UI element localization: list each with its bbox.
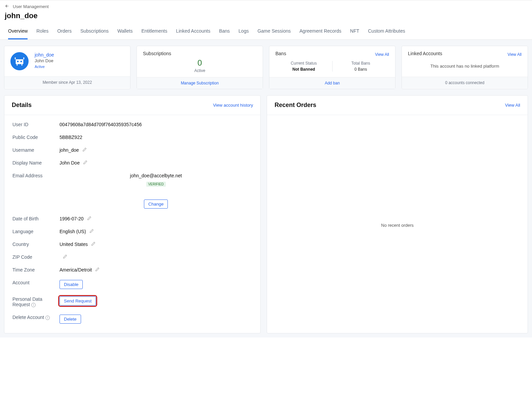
country-label: Country — [12, 242, 60, 247]
edit-language-icon[interactable] — [89, 229, 94, 234]
email-value: john_doe@accelbyte.net — [130, 173, 182, 178]
linked-view-all-link[interactable]: View All — [507, 52, 522, 57]
user-id-label: User ID — [12, 122, 60, 127]
bans-current-status-value: Not Banned — [275, 67, 332, 72]
info-icon[interactable]: i — [45, 316, 50, 320]
bans-total-label: Total Bans — [333, 61, 389, 66]
email-label: Email Address — [12, 173, 60, 178]
display-name-value: John Doe — [60, 160, 80, 166]
user-id-value: 00479608a7d84d709f7640359357c456 — [60, 122, 142, 127]
svg-rect-0 — [16, 59, 24, 64]
tab-game-sessions[interactable]: Game Sessions — [258, 24, 291, 39]
profile-display-name: John Doe — [35, 58, 54, 63]
tab-overview[interactable]: Overview — [8, 24, 28, 39]
bans-total-value: 0 Bans — [333, 67, 389, 72]
subscriptions-card: Subscriptions 0 Active Manage Subscripti… — [137, 46, 263, 89]
tab-roles[interactable]: Roles — [36, 24, 48, 39]
svg-rect-5 — [17, 64, 18, 66]
dob-label: Date of Birth — [12, 216, 60, 221]
svg-rect-6 — [22, 64, 23, 66]
tabs: OverviewRolesOrdersSubscriptionsWalletsE… — [0, 24, 532, 40]
breadcrumb-parent[interactable]: User Management — [13, 4, 49, 9]
tab-orders[interactable]: Orders — [57, 24, 72, 39]
timezone-label: Time Zone — [12, 267, 60, 273]
bans-title: Bans — [275, 51, 286, 56]
orders-view-all-link[interactable]: View All — [505, 103, 520, 108]
tab-wallets[interactable]: Wallets — [117, 24, 132, 39]
tab-entitlements[interactable]: Entitlements — [141, 24, 167, 39]
language-label: Language — [12, 229, 60, 234]
tab-subscriptions[interactable]: Subscriptions — [80, 24, 109, 39]
tab-logs[interactable]: Logs — [238, 24, 249, 39]
language-value: English (US) — [60, 229, 86, 234]
delete-account-label: Delete Accounti — [12, 315, 60, 320]
bans-card: Bans View All Current Status Not Banned … — [269, 46, 395, 89]
details-card: Details View account history User ID 004… — [4, 95, 261, 333]
edit-country-icon[interactable] — [91, 242, 96, 247]
avatar — [10, 52, 29, 70]
tab-bans[interactable]: Bans — [219, 24, 230, 39]
send-request-button[interactable]: Send Request — [60, 296, 96, 305]
add-ban-link[interactable]: Add ban — [269, 77, 395, 89]
username-value: john_doe — [60, 147, 79, 153]
edit-username-icon[interactable] — [82, 147, 87, 153]
info-icon[interactable]: i — [31, 303, 36, 307]
profile-username[interactable]: john_doe — [35, 52, 54, 58]
svg-rect-3 — [15, 58, 16, 60]
linked-accounts-card: Linked Accounts View All This account ha… — [402, 46, 528, 89]
country-value: United States — [60, 242, 88, 247]
account-label: Account — [12, 280, 60, 285]
dob-value: 1996-07-20 — [60, 216, 84, 221]
public-code-value: 5BBBZ922 — [60, 135, 82, 140]
linked-accounts-title: Linked Accounts — [408, 51, 442, 56]
details-heading: Details — [12, 102, 32, 109]
orders-empty: No recent orders — [267, 115, 528, 309]
profile-card: john_doe John Doe Active Member since Ap… — [4, 46, 130, 89]
bans-view-all-link[interactable]: View All — [375, 52, 389, 57]
recent-orders-card: Recent Orders View All No recent orders — [267, 95, 528, 333]
orders-heading: Recent Orders — [274, 102, 316, 109]
manage-subscription-link[interactable]: Manage Subscription — [137, 77, 263, 89]
edit-zip-icon[interactable] — [63, 254, 67, 260]
edit-display-name-icon[interactable] — [83, 160, 87, 166]
tab-nft[interactable]: NFT — [350, 24, 359, 39]
zip-label: ZIP Code — [12, 254, 60, 260]
subscriptions-status: Active — [143, 68, 257, 73]
svg-rect-2 — [21, 61, 22, 62]
svg-rect-1 — [17, 61, 18, 62]
back-arrow-icon[interactable] — [5, 4, 9, 9]
profile-status: Active — [35, 65, 54, 69]
pdr-label: Personal Data Requesti — [12, 296, 60, 307]
svg-rect-4 — [23, 58, 24, 60]
delete-account-button[interactable]: Delete — [60, 315, 81, 324]
view-account-history-link[interactable]: View account history — [213, 103, 253, 108]
tab-custom-attributes[interactable]: Custom Attributes — [368, 24, 405, 39]
profile-member-since: Member since Apr 13, 2022 — [4, 76, 130, 88]
linked-empty: This account has no linked platform — [408, 58, 522, 75]
username-label: Username — [12, 147, 60, 153]
disable-account-button[interactable]: Disable — [60, 280, 83, 289]
edit-timezone-icon[interactable] — [95, 267, 100, 273]
bans-current-status-label: Current Status — [275, 61, 332, 66]
email-verified-badge: VERIFIED — [146, 182, 166, 187]
public-code-label: Public Code — [12, 135, 60, 140]
subscriptions-count: 0 — [143, 58, 257, 68]
timezone-value: America/Detroit — [60, 267, 92, 273]
subscriptions-title: Subscriptions — [143, 51, 257, 56]
linked-footer: 0 accounts connected — [402, 77, 528, 88]
edit-dob-icon[interactable] — [87, 216, 91, 221]
tab-agreement-records[interactable]: Agreement Records — [300, 24, 342, 39]
page-title: john_doe — [0, 11, 532, 24]
breadcrumb: User Management — [0, 0, 532, 11]
tab-linked-accounts[interactable]: Linked Accounts — [176, 24, 210, 39]
change-email-button[interactable]: Change — [144, 200, 168, 209]
display-name-label: Display Name — [12, 160, 60, 166]
